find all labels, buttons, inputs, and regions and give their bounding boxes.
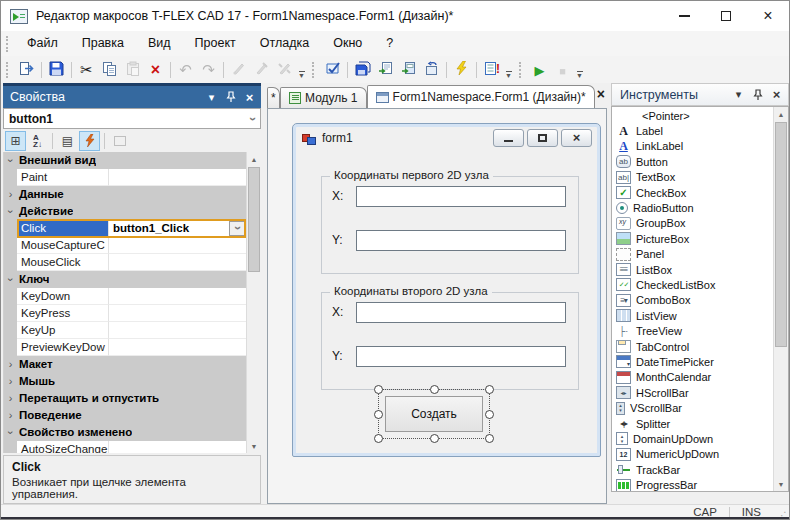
toolbox-scrollbar[interactable]: ▲ ▼ (773, 107, 788, 491)
delete-button[interactable]: × (144, 59, 167, 81)
property-category-Перетащить и отпустить[interactable]: ›Перетащить и отпустить (4, 390, 246, 407)
toolbox-item-GroupBox[interactable]: xyGroupBox (612, 216, 773, 231)
property-name[interactable]: MouseClick (17, 254, 109, 271)
validate-form-button[interactable] (321, 59, 344, 81)
toolbox-item-Label[interactable]: ALabel (612, 123, 773, 138)
coordinate-textbox[interactable] (356, 302, 566, 323)
toolbox-item-Splitter[interactable]: ◂|▸Splitter (612, 416, 773, 431)
property-value[interactable] (109, 237, 246, 254)
scrollbar-thumb[interactable] (248, 167, 260, 272)
toolbox-item-ListView[interactable]: ListView (612, 308, 773, 323)
add-form-button[interactable] (374, 59, 397, 81)
property-name[interactable]: KeyPress (17, 305, 109, 322)
run-macro-button[interactable]: ▶ (528, 59, 551, 81)
maximize-button[interactable] (705, 1, 747, 31)
property-category-Действие[interactable]: ›Действие (4, 203, 246, 220)
events-view-button[interactable] (79, 131, 100, 151)
coordinate-textbox[interactable] (356, 186, 566, 207)
undo-button[interactable]: ↶ (174, 59, 197, 81)
object-selector-combobox[interactable]: button1 › (3, 108, 261, 129)
toolbox-item-ProgressBar[interactable]: ProgressBar (612, 477, 773, 492)
toolbox-item-NumericUpDown[interactable]: 12NumericUpDown (612, 447, 773, 462)
save-button[interactable] (45, 59, 68, 81)
property-category-Ключ[interactable]: ›Ключ (4, 271, 246, 288)
property-category-Мышь[interactable]: ›Мышь (4, 373, 246, 390)
property-grid-scrollbar[interactable]: ▲ ▼ (246, 152, 261, 453)
value-dropdown-button[interactable]: › (229, 221, 246, 236)
property-value[interactable]: button1_Click› (109, 220, 246, 237)
panel-pin-button[interactable] (222, 89, 239, 106)
property-value[interactable] (109, 441, 246, 453)
cut-button[interactable]: ✂ (75, 59, 98, 81)
toolbox-item-HScrollBar[interactable]: ◂▸HScrollBar (612, 385, 773, 400)
task-list-button[interactable]: ! (480, 59, 503, 81)
toolbox-item-TrackBar[interactable]: TrackBar (612, 462, 773, 477)
coordinate-textbox[interactable] (356, 346, 566, 367)
toolbox-item-VScrollBar[interactable]: ▴▾VScrollBar (612, 400, 773, 415)
save-all-button[interactable] (351, 59, 374, 81)
toolbox-item-DomainUpDown[interactable]: ▴▾DomainUpDown (612, 431, 773, 446)
pick-tool-1-button[interactable] (227, 59, 250, 81)
panel-menu-button[interactable]: ▾ (203, 89, 220, 106)
toolbox-item-TreeView[interactable]: ├·TreeView (612, 323, 773, 338)
toolbar-overflow-button[interactable]: ▼ (296, 59, 307, 81)
property-category-Свойство изменено[interactable]: ›Свойство изменено (4, 424, 246, 441)
scrollbar-thumb[interactable] (775, 122, 787, 347)
property-category-Поведение[interactable]: ›Поведение (4, 407, 246, 424)
export-button[interactable] (15, 59, 38, 81)
property-value[interactable] (109, 305, 246, 322)
panel-close-button[interactable]: × (241, 89, 258, 106)
add-module-button[interactable] (397, 59, 420, 81)
property-category-Внешний вид[interactable]: ›Внешний вид (4, 152, 246, 169)
scroll-up-icon[interactable]: ▲ (774, 107, 788, 121)
toolbox-item-LinkLabel[interactable]: ALinkLabel (612, 139, 773, 154)
redo-button[interactable]: ↷ (197, 59, 220, 81)
property-value[interactable] (109, 169, 246, 186)
property-name[interactable]: Click (17, 220, 109, 237)
alphabetical-button[interactable]: AZ↓ (27, 131, 48, 151)
property-value[interactable] (109, 322, 246, 339)
toolbox-item-PictureBox[interactable]: PictureBox (612, 231, 773, 246)
panel-close-button[interactable]: × (768, 86, 785, 103)
create-button[interactable]: Создать (385, 396, 483, 432)
tab-Модуль 1[interactable]: Модуль 1 (280, 87, 367, 108)
pick-tool-3-button[interactable] (273, 59, 296, 81)
property-value[interactable] (109, 288, 246, 305)
toolbox-item-TabControl[interactable]: TabControl (612, 339, 773, 354)
property-value[interactable] (109, 254, 246, 271)
pick-tool-2-button[interactable] (250, 59, 273, 81)
toolbar-overflow-button[interactable]: ▼ (503, 59, 514, 81)
remove-module-button[interactable] (420, 59, 443, 81)
property-value[interactable] (109, 339, 246, 356)
toolbox-item-Panel[interactable]: Panel (612, 247, 773, 262)
coordinate-textbox[interactable] (356, 230, 566, 251)
menu-item-Вид[interactable]: Вид (136, 31, 183, 56)
tab-Form1Namespace.Form1 (Дизайн)*[interactable]: Form1Namespace.Form1 (Дизайн)* (367, 85, 595, 108)
property-name[interactable]: AutoSizeChange (17, 441, 109, 453)
toolbox-item-Pointer[interactable]: <Pointer> (612, 108, 773, 123)
menu-item-Окно[interactable]: Окно (321, 31, 374, 56)
property-name[interactable]: PreviewKeyDow (17, 339, 109, 356)
categorized-button[interactable]: ⊞ (5, 131, 26, 151)
toolbox-item-ComboBox[interactable]: ≡▾ComboBox (612, 293, 773, 308)
property-name[interactable]: Paint (17, 169, 109, 186)
resize-handle[interactable] (374, 410, 383, 419)
stop-macro-button[interactable]: ■ (551, 59, 574, 81)
toolbar-overflow-button[interactable]: ▼ (574, 59, 585, 81)
resize-handle[interactable] (485, 410, 494, 419)
scroll-down-icon[interactable]: ▼ (247, 439, 261, 453)
resize-handle[interactable] (430, 434, 439, 443)
menu-item-Файл[interactable]: Файл (15, 31, 70, 56)
menu-item-?[interactable]: ? (374, 31, 405, 56)
tab-*[interactable]: * (267, 87, 280, 108)
property-category-Данные[interactable]: ›Данные (4, 186, 246, 203)
property-name[interactable]: KeyUp (17, 322, 109, 339)
property-category-Макет[interactable]: ›Макет (4, 356, 246, 373)
toolbox-item-CheckBox[interactable]: ✓CheckBox (612, 185, 773, 200)
minimize-button[interactable] (663, 1, 705, 31)
panel-pin-button[interactable] (749, 86, 766, 103)
property-name[interactable]: MouseCaptureC (17, 237, 109, 254)
property-name[interactable]: KeyDown (17, 288, 109, 305)
copy-button[interactable] (98, 59, 121, 81)
menu-item-Правка[interactable]: Правка (70, 31, 136, 56)
